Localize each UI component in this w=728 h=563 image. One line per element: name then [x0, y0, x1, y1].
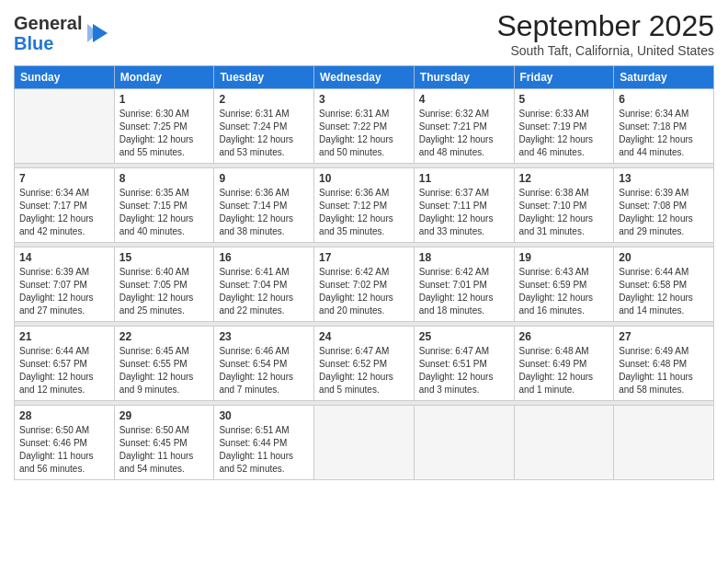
month-title: September 2025 — [496, 9, 714, 43]
day-number: 2 — [219, 93, 309, 106]
calendar-day-cell: 15Sunrise: 6:40 AMSunset: 7:05 PMDayligh… — [114, 247, 214, 322]
day-info: Sunrise: 6:33 AMSunset: 7:19 PMDaylight:… — [519, 108, 609, 159]
calendar-day-cell — [514, 406, 614, 480]
calendar-day-cell: 26Sunrise: 6:48 AMSunset: 6:49 PMDayligh… — [514, 327, 614, 401]
day-info: Sunrise: 6:31 AMSunset: 7:22 PMDaylight:… — [319, 108, 409, 159]
calendar-day-cell: 5Sunrise: 6:33 AMSunset: 7:19 PMDaylight… — [514, 89, 614, 164]
calendar-day-cell: 25Sunrise: 6:47 AMSunset: 6:51 PMDayligh… — [414, 327, 514, 401]
calendar-day-cell: 7Sunrise: 6:34 AMSunset: 7:17 PMDaylight… — [15, 168, 115, 243]
day-number: 6 — [619, 93, 709, 106]
day-number: 23 — [219, 330, 309, 343]
weekday-header: Monday — [114, 66, 214, 89]
day-info: Sunrise: 6:46 AMSunset: 6:54 PMDaylight:… — [219, 345, 309, 396]
logo-blue-text: Blue — [14, 33, 53, 53]
day-number: 15 — [119, 251, 210, 264]
day-info: Sunrise: 6:42 AMSunset: 7:01 PMDaylight:… — [419, 266, 509, 317]
calendar-week-row: 14Sunrise: 6:39 AMSunset: 7:07 PMDayligh… — [15, 247, 714, 322]
weekday-header: Thursday — [414, 66, 514, 89]
day-number: 13 — [619, 172, 709, 185]
weekday-header: Saturday — [614, 66, 714, 89]
calendar-week-row: 1Sunrise: 6:30 AMSunset: 7:25 PMDaylight… — [15, 89, 714, 164]
day-info: Sunrise: 6:32 AMSunset: 7:21 PMDaylight:… — [419, 108, 509, 159]
calendar-day-cell: 23Sunrise: 6:46 AMSunset: 6:54 PMDayligh… — [214, 327, 314, 401]
day-info: Sunrise: 6:49 AMSunset: 6:48 PMDaylight:… — [619, 345, 709, 396]
calendar-day-cell: 3Sunrise: 6:31 AMSunset: 7:22 PMDaylight… — [314, 89, 415, 164]
day-number: 21 — [19, 330, 109, 343]
day-number: 3 — [319, 93, 409, 106]
calendar-day-cell: 8Sunrise: 6:35 AMSunset: 7:15 PMDaylight… — [114, 168, 214, 243]
day-info: Sunrise: 6:50 AMSunset: 6:45 PMDaylight:… — [119, 424, 210, 476]
day-info: Sunrise: 6:44 AMSunset: 6:58 PMDaylight:… — [619, 266, 709, 317]
day-info: Sunrise: 6:34 AMSunset: 7:17 PMDaylight:… — [19, 187, 109, 238]
day-info: Sunrise: 6:35 AMSunset: 7:15 PMDaylight:… — [119, 187, 210, 238]
logo-icon — [84, 20, 109, 46]
calendar-day-cell: 19Sunrise: 6:43 AMSunset: 6:59 PMDayligh… — [514, 247, 614, 322]
day-number: 9 — [219, 172, 309, 185]
header: General Blue September 2025 South Taft, … — [14, 9, 714, 58]
day-number: 1 — [119, 93, 210, 106]
day-info: Sunrise: 6:47 AMSunset: 6:52 PMDaylight:… — [319, 345, 409, 396]
day-number: 20 — [619, 251, 709, 264]
calendar-day-cell: 9Sunrise: 6:36 AMSunset: 7:14 PMDaylight… — [214, 168, 314, 243]
day-number: 26 — [519, 330, 609, 343]
day-info: Sunrise: 6:47 AMSunset: 6:51 PMDaylight:… — [419, 345, 509, 396]
weekday-header: Friday — [514, 66, 614, 89]
calendar-week-row: 7Sunrise: 6:34 AMSunset: 7:17 PMDaylight… — [15, 168, 714, 243]
day-info: Sunrise: 6:48 AMSunset: 6:49 PMDaylight:… — [519, 345, 609, 396]
logo: General Blue — [14, 13, 109, 53]
calendar-week-row: 28Sunrise: 6:50 AMSunset: 6:46 PMDayligh… — [15, 406, 714, 480]
day-info: Sunrise: 6:40 AMSunset: 7:05 PMDaylight:… — [119, 266, 210, 317]
calendar-day-cell — [614, 406, 714, 480]
calendar-day-cell: 20Sunrise: 6:44 AMSunset: 6:58 PMDayligh… — [614, 247, 714, 322]
day-number: 16 — [219, 251, 309, 264]
calendar-day-cell: 1Sunrise: 6:30 AMSunset: 7:25 PMDaylight… — [114, 89, 214, 164]
day-number: 4 — [419, 93, 509, 106]
day-info: Sunrise: 6:39 AMSunset: 7:08 PMDaylight:… — [619, 187, 709, 238]
day-number: 25 — [419, 330, 509, 343]
day-number: 14 — [19, 251, 109, 264]
day-info: Sunrise: 6:37 AMSunset: 7:11 PMDaylight:… — [419, 187, 509, 238]
day-info: Sunrise: 6:36 AMSunset: 7:14 PMDaylight:… — [219, 187, 309, 238]
day-info: Sunrise: 6:45 AMSunset: 6:55 PMDaylight:… — [119, 345, 210, 396]
day-number: 29 — [119, 409, 210, 422]
day-info: Sunrise: 6:43 AMSunset: 6:59 PMDaylight:… — [519, 266, 609, 317]
day-number: 8 — [119, 172, 210, 185]
day-number: 27 — [619, 330, 709, 343]
calendar-day-cell: 10Sunrise: 6:36 AMSunset: 7:12 PMDayligh… — [314, 168, 415, 243]
calendar-day-cell: 22Sunrise: 6:45 AMSunset: 6:55 PMDayligh… — [114, 327, 214, 401]
weekday-header-row: SundayMondayTuesdayWednesdayThursdayFrid… — [15, 66, 714, 89]
day-number: 17 — [319, 251, 409, 264]
calendar-day-cell: 6Sunrise: 6:34 AMSunset: 7:18 PMDaylight… — [614, 89, 714, 164]
calendar-day-cell: 29Sunrise: 6:50 AMSunset: 6:45 PMDayligh… — [114, 406, 214, 480]
day-number: 18 — [419, 251, 509, 264]
day-info: Sunrise: 6:36 AMSunset: 7:12 PMDaylight:… — [319, 187, 409, 238]
calendar-day-cell: 24Sunrise: 6:47 AMSunset: 6:52 PMDayligh… — [314, 327, 415, 401]
calendar-day-cell — [414, 406, 514, 480]
calendar-day-cell: 13Sunrise: 6:39 AMSunset: 7:08 PMDayligh… — [614, 168, 714, 243]
day-number: 12 — [519, 172, 609, 185]
calendar-day-cell: 12Sunrise: 6:38 AMSunset: 7:10 PMDayligh… — [514, 168, 614, 243]
day-info: Sunrise: 6:31 AMSunset: 7:24 PMDaylight:… — [219, 108, 309, 159]
calendar-day-cell: 18Sunrise: 6:42 AMSunset: 7:01 PMDayligh… — [414, 247, 514, 322]
calendar: SundayMondayTuesdayWednesdayThursdayFrid… — [14, 65, 714, 480]
weekday-header: Sunday — [15, 66, 115, 89]
day-number: 5 — [519, 93, 609, 106]
day-info: Sunrise: 6:41 AMSunset: 7:04 PMDaylight:… — [219, 266, 309, 317]
calendar-day-cell: 4Sunrise: 6:32 AMSunset: 7:21 PMDaylight… — [414, 89, 514, 164]
calendar-day-cell — [314, 406, 415, 480]
weekday-header: Tuesday — [214, 66, 314, 89]
day-info: Sunrise: 6:34 AMSunset: 7:18 PMDaylight:… — [619, 108, 709, 159]
calendar-day-cell: 11Sunrise: 6:37 AMSunset: 7:11 PMDayligh… — [414, 168, 514, 243]
day-number: 30 — [219, 409, 309, 422]
day-info: Sunrise: 6:39 AMSunset: 7:07 PMDaylight:… — [19, 266, 109, 317]
day-number: 7 — [19, 172, 109, 185]
calendar-day-cell: 28Sunrise: 6:50 AMSunset: 6:46 PMDayligh… — [15, 406, 115, 480]
calendar-day-cell — [15, 89, 115, 164]
day-number: 11 — [419, 172, 509, 185]
day-info: Sunrise: 6:50 AMSunset: 6:46 PMDaylight:… — [19, 424, 109, 476]
day-info: Sunrise: 6:51 AMSunset: 6:44 PMDaylight:… — [219, 424, 309, 476]
calendar-day-cell: 30Sunrise: 6:51 AMSunset: 6:44 PMDayligh… — [214, 406, 314, 480]
logo-general-text: General — [14, 13, 82, 33]
day-number: 19 — [519, 251, 609, 264]
location-title: South Taft, California, United States — [496, 43, 714, 58]
